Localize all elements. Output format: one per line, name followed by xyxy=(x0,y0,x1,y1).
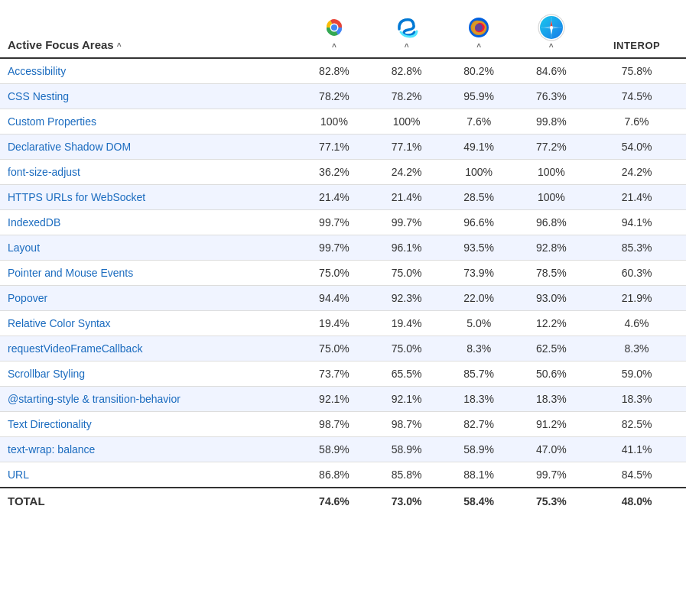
row-interop: 4.6% xyxy=(587,311,686,336)
col-header-chrome[interactable]: ^ xyxy=(298,8,371,58)
row-chrome: 77.1% xyxy=(298,135,371,160)
row-firefox: 7.6% xyxy=(443,109,515,135)
row-name[interactable]: IndexedDB xyxy=(0,210,298,235)
row-interop: 18.3% xyxy=(587,387,686,412)
row-firefox: 95.9% xyxy=(443,84,515,109)
row-edge: 98.7% xyxy=(370,412,443,437)
row-interop: 82.5% xyxy=(587,412,686,437)
row-interop: 75.8% xyxy=(587,58,686,84)
total-edge: 73.0% xyxy=(370,488,443,514)
row-interop: 60.3% xyxy=(587,261,686,286)
table-header-row: Active Focus Areas ^ xyxy=(0,8,686,58)
row-chrome: 100% xyxy=(298,109,371,135)
row-edge: 19.4% xyxy=(370,311,443,336)
main-container: Active Focus Areas ^ xyxy=(0,0,686,521)
active-focus-areas-label: Active Focus Areas xyxy=(8,38,114,51)
row-name[interactable]: @starting-style & transition-behavior xyxy=(0,387,298,412)
row-chrome: 75.0% xyxy=(298,336,371,361)
name-sort-arrow[interactable]: ^ xyxy=(117,42,122,50)
table-row: Accessibility 82.8% 82.8% 80.2% 84.6% 75… xyxy=(0,58,686,84)
row-chrome: 99.7% xyxy=(298,210,371,235)
row-safari: 62.5% xyxy=(515,336,587,361)
row-edge: 21.4% xyxy=(370,185,443,210)
edge-icon xyxy=(393,14,421,41)
chrome-sort-arrow[interactable]: ^ xyxy=(332,43,336,51)
row-firefox: 85.7% xyxy=(443,361,515,387)
firefox-browser-header: ^ xyxy=(450,14,508,51)
row-name[interactable]: Popover xyxy=(0,286,298,311)
row-safari: 91.2% xyxy=(515,412,587,437)
row-safari: 93.0% xyxy=(515,286,587,311)
table-row: URL 86.8% 85.8% 88.1% 99.7% 84.5% xyxy=(0,462,686,488)
interop-label: INTEROP xyxy=(613,40,660,51)
row-safari: 12.2% xyxy=(515,311,587,336)
row-safari: 84.6% xyxy=(515,58,587,84)
row-edge: 100% xyxy=(370,109,443,135)
total-chrome: 74.6% xyxy=(298,488,371,514)
col-header-edge[interactable]: ^ xyxy=(370,8,443,58)
row-name[interactable]: Declarative Shadow DOM xyxy=(0,135,298,160)
svg-point-5 xyxy=(331,24,337,31)
row-name[interactable]: Scrollbar Styling xyxy=(0,361,298,387)
row-safari: 78.5% xyxy=(515,261,587,286)
row-interop: 41.1% xyxy=(587,437,686,462)
safari-sort-arrow[interactable]: ^ xyxy=(549,43,554,51)
row-edge: 24.2% xyxy=(370,160,443,185)
row-edge: 78.2% xyxy=(370,84,443,109)
row-interop: 54.0% xyxy=(587,135,686,160)
row-interop: 74.5% xyxy=(587,84,686,109)
table-row: Declarative Shadow DOM 77.1% 77.1% 49.1%… xyxy=(0,135,686,160)
total-interop: 48.0% xyxy=(587,488,686,514)
row-name[interactable]: Text Directionality xyxy=(0,412,298,437)
row-name[interactable]: Relative Color Syntax xyxy=(0,311,298,336)
row-safari: 100% xyxy=(515,160,587,185)
row-edge: 82.8% xyxy=(370,58,443,84)
row-name[interactable]: text-wrap: balance xyxy=(0,437,298,462)
row-interop: 84.5% xyxy=(587,462,686,488)
row-name[interactable]: CSS Nesting xyxy=(0,84,298,109)
row-chrome: 86.8% xyxy=(298,462,371,488)
row-name[interactable]: HTTPS URLs for WebSocket xyxy=(0,185,298,210)
row-chrome: 98.7% xyxy=(298,412,371,437)
row-chrome: 58.9% xyxy=(298,437,371,462)
row-chrome: 82.8% xyxy=(298,58,371,84)
col-header-interop[interactable]: INTEROP xyxy=(587,8,686,58)
total-label: TOTAL xyxy=(0,488,298,514)
row-chrome: 19.4% xyxy=(298,311,371,336)
row-edge: 75.0% xyxy=(370,261,443,286)
chrome-icon xyxy=(320,14,348,41)
row-safari: 76.3% xyxy=(515,84,587,109)
row-firefox: 73.9% xyxy=(443,261,515,286)
row-name[interactable]: Pointer and Mouse Events xyxy=(0,261,298,286)
col-header-name[interactable]: Active Focus Areas ^ xyxy=(0,8,298,58)
row-chrome: 78.2% xyxy=(298,84,371,109)
row-name[interactable]: Layout xyxy=(0,235,298,261)
row-firefox: 93.5% xyxy=(443,235,515,261)
row-edge: 96.1% xyxy=(370,235,443,261)
total-firefox: 58.4% xyxy=(443,488,515,514)
row-name[interactable]: Accessibility xyxy=(0,58,298,84)
row-chrome: 92.1% xyxy=(298,387,371,412)
row-safari: 99.8% xyxy=(515,109,587,135)
row-chrome: 75.0% xyxy=(298,261,371,286)
col-header-firefox[interactable]: ^ xyxy=(443,8,515,58)
row-name[interactable]: requestVideoFrameCallback xyxy=(0,336,298,361)
row-safari: 50.6% xyxy=(515,361,587,387)
col-header-safari[interactable]: ^ xyxy=(515,8,587,58)
row-safari: 99.7% xyxy=(515,462,587,488)
row-safari: 100% xyxy=(515,185,587,210)
edge-sort-arrow[interactable]: ^ xyxy=(405,43,409,51)
table-row: Scrollbar Styling 73.7% 65.5% 85.7% 50.6… xyxy=(0,361,686,387)
firefox-sort-arrow[interactable]: ^ xyxy=(476,43,481,51)
row-name[interactable]: Custom Properties xyxy=(0,109,298,135)
table-row: HTTPS URLs for WebSocket 21.4% 21.4% 28.… xyxy=(0,185,686,210)
row-interop: 21.9% xyxy=(587,286,686,311)
row-name[interactable]: font-size-adjust xyxy=(0,160,298,185)
row-edge: 92.1% xyxy=(370,387,443,412)
table-row: text-wrap: balance 58.9% 58.9% 58.9% 47.… xyxy=(0,437,686,462)
row-safari: 92.8% xyxy=(515,235,587,261)
row-chrome: 36.2% xyxy=(298,160,371,185)
row-name[interactable]: URL xyxy=(0,462,298,488)
row-edge: 58.9% xyxy=(370,437,443,462)
row-safari: 96.8% xyxy=(515,210,587,235)
